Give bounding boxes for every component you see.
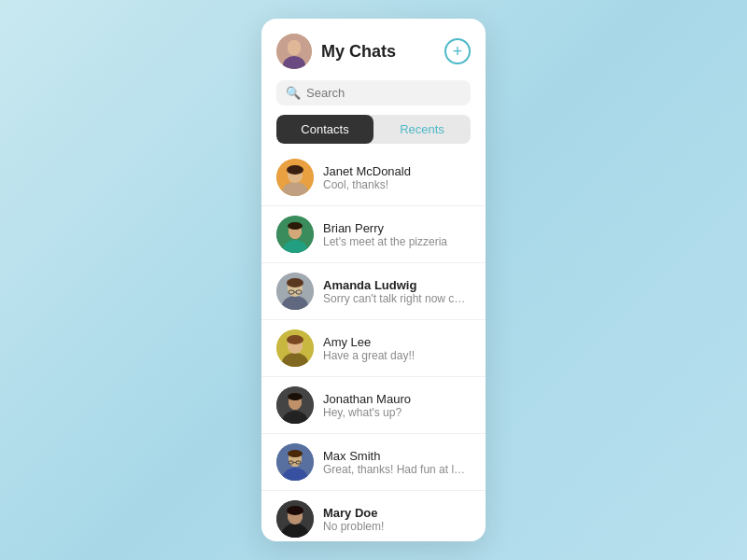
contact-name: Amanda Ludwig (323, 278, 471, 292)
contact-info: Max Smith Great, thanks! Had fun at lunc… (323, 449, 471, 476)
contact-avatar (276, 386, 314, 424)
contact-message: Sorry can't talk right now can we tal... (323, 292, 471, 305)
svg-point-8 (287, 165, 303, 175)
page-title: My Chats (321, 42, 396, 62)
contact-avatar (276, 216, 314, 253)
contact-name: Amy Lee (323, 335, 471, 349)
avatar (276, 34, 312, 69)
search-icon: 🔍 (286, 86, 301, 100)
add-chat-button[interactable]: + (444, 38, 471, 64)
svg-point-31 (288, 393, 303, 400)
contact-message: Hey, what's up? (323, 406, 471, 419)
contact-message: Have a great day!! (323, 349, 471, 362)
list-item[interactable]: Amanda Ludwig Sorry can't talk right now… (261, 263, 486, 320)
contact-name: Brian Perry (323, 221, 471, 235)
contact-avatar (276, 329, 314, 367)
svg-point-21 (287, 278, 303, 287)
contact-info: Amanda Ludwig Sorry can't talk right now… (323, 278, 471, 305)
svg-point-3 (288, 40, 301, 55)
tab-contacts[interactable]: Contacts (276, 115, 374, 144)
contact-message: Let's meet at the pizzeria (323, 235, 471, 248)
chat-card: My Chats + 🔍 Contacts Recents Janet McDo… (261, 19, 486, 541)
contact-info: Jonathan Mauro Hey, what's up? (323, 392, 471, 419)
contact-message: Cool, thanks! (323, 178, 471, 191)
list-item[interactable]: Mary Doe No problem! (261, 491, 486, 541)
contact-name: Mary Doe (323, 506, 471, 520)
list-item[interactable]: Jonathan Mauro Hey, what's up? (261, 377, 486, 434)
svg-point-39 (288, 450, 303, 457)
list-item[interactable]: Janet McDonald Cool, thanks! (261, 149, 486, 206)
contact-info: Mary Doe No problem! (323, 506, 471, 533)
contact-message: Great, thanks! Had fun at lunch tod... (323, 463, 471, 476)
contact-name: Max Smith (323, 449, 471, 463)
contacts-list: Janet McDonald Cool, thanks! Brian Perry… (261, 149, 486, 541)
search-input[interactable] (306, 86, 461, 100)
search-bar: 🔍 (276, 80, 471, 105)
header-left: My Chats (276, 34, 396, 69)
contact-info: Amy Lee Have a great day!! (323, 335, 471, 362)
contact-avatar (276, 159, 314, 196)
contact-avatar (276, 500, 314, 538)
contact-message: No problem! (323, 520, 471, 533)
contact-name: Jonathan Mauro (323, 392, 471, 406)
card-header: My Chats + (261, 19, 486, 80)
list-item[interactable]: Amy Lee Have a great day!! (261, 320, 486, 377)
contact-info: Janet McDonald Cool, thanks! (323, 164, 471, 191)
svg-point-13 (288, 222, 303, 230)
contact-avatar (276, 443, 314, 481)
svg-point-26 (287, 335, 303, 344)
contact-avatar (276, 273, 314, 310)
contact-info: Brian Perry Let's meet at the pizzeria (323, 221, 471, 248)
list-item[interactable]: Brian Perry Let's meet at the pizzeria (261, 206, 486, 263)
tab-recents[interactable]: Recents (374, 115, 471, 144)
svg-point-44 (287, 506, 303, 515)
tab-bar: Contacts Recents (276, 115, 471, 144)
contact-name: Janet McDonald (323, 164, 471, 178)
list-item[interactable]: Max Smith Great, thanks! Had fun at lunc… (261, 434, 486, 491)
